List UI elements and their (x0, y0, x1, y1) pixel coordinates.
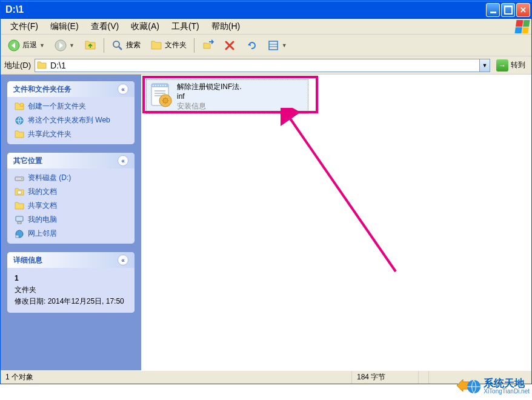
address-input[interactable] (48, 59, 479, 72)
undo-icon (245, 39, 258, 52)
svg-line-3 (119, 47, 122, 50)
menu-favorites[interactable]: 收藏(A) (125, 20, 165, 33)
inf-file-icon (149, 82, 173, 108)
task-publish-web[interactable]: 将这个文件夹发布到 Web (15, 116, 127, 125)
back-label: 后退 (22, 40, 37, 50)
details-body: 1 文件夹 修改日期: 2014年12月25日, 17:50 (7, 268, 135, 313)
task-label: 将这个文件夹发布到 Web (28, 116, 110, 125)
other-places-panel: 其它位置 « 资料磁盘 (D:) 我的文档 共享文档 (7, 153, 135, 244)
svg-point-22 (162, 85, 164, 86)
file-name-1: 解除注册锁定INF法. (177, 82, 242, 92)
my-computer-icon (15, 215, 24, 225)
views-button[interactable]: ▼ (264, 37, 291, 54)
collapse-icon: « (118, 155, 128, 166)
explorer-window: D:\1 文件(F) 编辑(E) 查看(V) 收藏(A) 工具(T) 帮助(H)… (0, 0, 532, 384)
svg-point-20 (158, 85, 159, 86)
details-name: 1 (15, 274, 19, 282)
folders-icon (150, 39, 162, 52)
panel-title: 文件和文件夹任务 (13, 84, 71, 95)
minimize-button[interactable] (486, 3, 500, 17)
place-my-computer[interactable]: 我的电脑 (15, 215, 127, 225)
svg-rect-15 (16, 235, 19, 238)
svg-rect-13 (18, 222, 21, 224)
details-mod-value: 2014年12月25日, 17:50 (48, 297, 124, 305)
move-to-button[interactable] (198, 37, 218, 54)
place-drive-d[interactable]: 资料磁盘 (D:) (15, 173, 127, 183)
toolbar: 后退 ▼ ▼ 搜索 文件夹 ▼ (1, 35, 531, 56)
share-folder-icon (15, 130, 24, 139)
details-mod-label: 修改日期: (15, 297, 45, 305)
svg-point-23 (165, 85, 166, 86)
search-button[interactable]: 搜索 (108, 37, 144, 54)
my-docs-icon (15, 187, 24, 197)
collapse-icon: « (118, 255, 128, 265)
file-list-area[interactable]: 解除注册锁定INF法. inf 安装信息 (141, 75, 531, 370)
svg-rect-11 (18, 191, 21, 194)
address-field-wrap: ▼ (35, 59, 490, 72)
folders-label: 文件夹 (165, 40, 187, 50)
panel-header[interactable]: 其它位置 « (7, 153, 135, 168)
chevron-down-icon: ▼ (69, 42, 75, 48)
address-dropdown[interactable]: ▼ (479, 59, 490, 72)
task-new-folder[interactable]: 创建一个新文件夹 (15, 102, 127, 112)
menu-edit[interactable]: 编辑(E) (44, 20, 85, 33)
close-button[interactable] (516, 3, 530, 17)
panel-body: 资料磁盘 (D:) 我的文档 共享文档 我的电脑 (7, 168, 135, 244)
chevron-down-icon: ▼ (282, 42, 287, 48)
forward-button[interactable]: ▼ (51, 37, 78, 54)
watermark-name: 系统天地 (484, 378, 525, 388)
panel-body: 创建一个新文件夹 将这个文件夹发布到 Web 共享此文件夹 (7, 97, 135, 144)
menu-view[interactable]: 查看(V) (85, 20, 125, 33)
file-item[interactable]: 解除注册锁定INF法. inf 安装信息 (146, 79, 308, 114)
place-label: 共享文档 (28, 201, 57, 211)
search-label: 搜索 (126, 40, 141, 50)
place-network[interactable]: 网上邻居 (15, 229, 127, 239)
place-shared-docs[interactable]: 共享文档 (15, 201, 127, 211)
maximize-button[interactable] (501, 3, 515, 17)
place-label: 网上邻居 (28, 229, 57, 239)
network-icon (15, 229, 24, 239)
menubar: 文件(F) 编辑(E) 查看(V) 收藏(A) 工具(T) 帮助(H) (1, 19, 531, 35)
menu-file[interactable]: 文件(F) (4, 20, 44, 33)
menu-tools[interactable]: 工具(T) (165, 20, 205, 33)
move-to-icon (202, 39, 214, 52)
back-button[interactable]: 后退 ▼ (4, 37, 48, 54)
status-size: 184 字节 (352, 371, 419, 384)
task-share-folder[interactable]: 共享此文件夹 (15, 130, 127, 139)
forward-icon (55, 39, 67, 52)
svg-point-7 (20, 103, 24, 107)
svg-rect-12 (16, 216, 23, 221)
details-panel: 详细信息 « 1 文件夹 修改日期: 2014年12月25日, 17:50 (7, 252, 135, 313)
up-button[interactable] (81, 37, 100, 54)
place-label: 我的电脑 (28, 215, 57, 225)
collapse-icon: « (118, 84, 128, 95)
globe-icon (15, 116, 24, 125)
svg-point-19 (155, 85, 156, 86)
search-icon (111, 39, 124, 52)
status-object-count: 1 个对象 (1, 371, 352, 384)
panel-header[interactable]: 详细信息 « (7, 252, 135, 268)
undo-button[interactable] (242, 37, 261, 54)
folders-button[interactable]: 文件夹 (147, 37, 190, 54)
separator (104, 38, 104, 53)
place-my-documents[interactable]: 我的文档 (15, 187, 127, 197)
drive-icon (15, 173, 24, 183)
titlebar[interactable]: D:\1 (1, 1, 531, 19)
file-name-2: inf (177, 92, 242, 101)
address-label: 地址(D) (4, 60, 31, 71)
views-icon (267, 39, 279, 52)
svg-point-21 (160, 85, 161, 86)
svg-point-10 (21, 178, 22, 179)
panel-title: 其它位置 (13, 156, 42, 166)
go-button[interactable]: → 转到 (494, 58, 528, 73)
delete-button[interactable] (220, 37, 239, 54)
back-icon (8, 39, 20, 52)
menu-help[interactable]: 帮助(H) (205, 20, 246, 33)
place-label: 我的文档 (28, 187, 57, 197)
address-bar: 地址(D) ▼ → 转到 (1, 56, 531, 75)
separator (194, 38, 195, 53)
panel-header[interactable]: 文件和文件夹任务 « (7, 81, 135, 97)
details-type: 文件夹 (15, 284, 127, 296)
tasks-pane: 文件和文件夹任务 « 创建一个新文件夹 将这个文件夹发布到 Web 共享此文件夹 (1, 75, 141, 370)
task-label: 创建一个新文件夹 (28, 102, 86, 112)
